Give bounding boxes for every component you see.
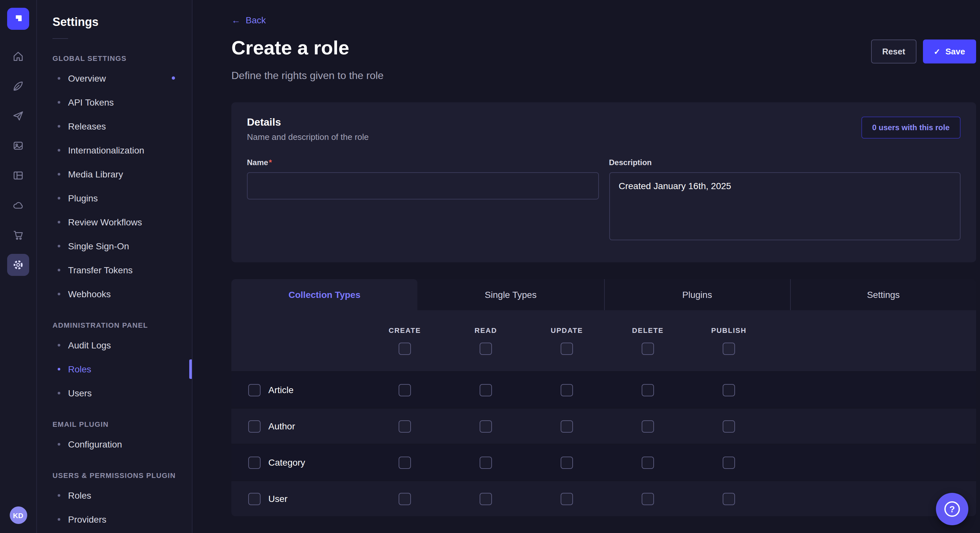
delete-checkbox[interactable] <box>642 456 654 468</box>
media-library-icon[interactable] <box>7 135 29 157</box>
update-checkbox[interactable] <box>561 420 573 432</box>
sidebar-item-review-workflows[interactable]: Review Workflows <box>52 210 176 234</box>
create-cell <box>364 456 445 468</box>
strapi-logo[interactable] <box>7 8 29 30</box>
select-all-read-checkbox[interactable] <box>480 343 492 355</box>
create-checkbox[interactable] <box>399 493 411 505</box>
sidebar-item-audit-logs[interactable]: Audit Logs <box>52 333 176 357</box>
tab-settings[interactable]: Settings <box>790 279 977 310</box>
update-checkbox[interactable] <box>561 456 573 468</box>
tab-single-types[interactable]: Single Types <box>418 279 604 310</box>
user-avatar[interactable]: KD <box>10 506 27 524</box>
bullet-icon <box>58 197 60 199</box>
reset-button[interactable]: Reset <box>871 40 916 63</box>
sidebar-item-internationalization[interactable]: Internationalization <box>52 138 176 162</box>
sidebar-item-media-library[interactable]: Media Library <box>52 162 176 186</box>
select-all-delete-checkbox[interactable] <box>642 343 654 355</box>
main-content: ← Back Create a role Reset ✓ Save Define… <box>192 0 980 533</box>
sidebar-title: Settings <box>52 16 176 29</box>
row-name-cell: Category <box>231 456 364 468</box>
delete-checkbox[interactable] <box>642 384 654 396</box>
read-checkbox[interactable] <box>480 420 492 432</box>
back-link[interactable]: ← Back <box>231 15 266 25</box>
sidebar-item-label: Overview <box>68 73 106 83</box>
sidebar-item-roles[interactable]: Roles <box>52 357 176 381</box>
sidebar-item-label: API Tokens <box>68 97 114 107</box>
sidebar-item-up-roles[interactable]: Roles <box>52 483 176 507</box>
bullet-icon <box>58 368 60 370</box>
row-select-checkbox[interactable] <box>248 420 261 432</box>
sidebar-item-label: Configuration <box>68 439 122 449</box>
content-type-builder-icon[interactable] <box>7 165 29 187</box>
row-label: Category <box>268 457 305 468</box>
bullet-icon <box>58 125 60 127</box>
delete-checkbox[interactable] <box>642 420 654 432</box>
content-manager-icon[interactable] <box>7 75 29 97</box>
publish-checkbox[interactable] <box>723 420 735 432</box>
details-form: Name* Description Created January 16th, … <box>247 156 961 243</box>
sidebar-item-label: Releases <box>68 121 106 131</box>
sidebar-item-plugins[interactable]: Plugins <box>52 186 176 210</box>
sidebar-item-label: Single Sign-On <box>68 241 129 251</box>
sidebar-item-label: Webhooks <box>68 289 111 299</box>
read-checkbox[interactable] <box>480 493 492 505</box>
read-checkbox[interactable] <box>480 456 492 468</box>
delete-cell <box>607 456 688 468</box>
read-checkbox[interactable] <box>480 384 492 396</box>
sidebar-item-users[interactable]: Users <box>52 381 176 405</box>
app-root: KD Settings GLOBAL SETTINGS Overview API… <box>0 0 980 533</box>
users-with-role-button[interactable]: 0 users with this role <box>861 117 961 139</box>
tab-collection-types[interactable]: Collection Types <box>231 279 418 310</box>
sidebar-item-overview[interactable]: Overview <box>52 66 176 90</box>
publish-checkbox[interactable] <box>723 384 735 396</box>
sidebar-item-releases[interactable]: Releases <box>52 114 176 138</box>
column-create: CREATE <box>364 310 445 371</box>
name-label: Name* <box>247 158 272 167</box>
row-select-checkbox[interactable] <box>248 384 261 396</box>
sidebar-item-configuration[interactable]: Configuration <box>52 432 176 456</box>
update-checkbox[interactable] <box>561 384 573 396</box>
sidebar-item-single-sign-on[interactable]: Single Sign-On <box>52 234 176 258</box>
create-checkbox[interactable] <box>399 384 411 396</box>
sidebar-item-webhooks[interactable]: Webhooks <box>52 282 176 306</box>
sidebar-item-transfer-tokens[interactable]: Transfer Tokens <box>52 258 176 282</box>
bullet-icon <box>58 292 60 295</box>
sidebar-item-label: Users <box>68 388 92 398</box>
bullet-icon <box>58 392 60 394</box>
publish-checkbox[interactable] <box>723 493 735 505</box>
bullet-icon <box>58 244 60 247</box>
row-select-checkbox[interactable] <box>248 456 261 468</box>
home-icon[interactable] <box>7 45 29 67</box>
sidebar-item-label: Providers <box>68 514 106 524</box>
marketplace-icon[interactable] <box>7 224 29 246</box>
read-cell <box>445 420 526 432</box>
delete-checkbox[interactable] <box>642 493 654 505</box>
notification-dot-icon <box>172 76 175 80</box>
publish-checkbox[interactable] <box>723 456 735 468</box>
sidebar-item-label: Internationalization <box>68 145 144 155</box>
select-all-publish-checkbox[interactable] <box>723 343 735 355</box>
sidebar-item-api-tokens[interactable]: API Tokens <box>52 90 176 114</box>
bullet-icon <box>58 344 60 346</box>
save-button[interactable]: ✓ Save <box>923 40 976 63</box>
required-mark: * <box>269 158 272 167</box>
releases-icon[interactable] <box>7 105 29 127</box>
permissions-block: Collection Types Single Types Plugins Se… <box>231 279 976 516</box>
deploy-icon[interactable] <box>7 194 29 216</box>
create-checkbox[interactable] <box>399 456 411 468</box>
update-checkbox[interactable] <box>561 493 573 505</box>
name-input[interactable] <box>247 172 598 200</box>
select-all-create-checkbox[interactable] <box>399 343 411 355</box>
help-button[interactable]: ? <box>936 493 968 525</box>
create-checkbox[interactable] <box>399 420 411 432</box>
select-all-update-checkbox[interactable] <box>561 343 573 355</box>
row-select-checkbox[interactable] <box>248 493 261 505</box>
update-cell <box>526 456 607 468</box>
permissions-tabs: Collection Types Single Types Plugins Se… <box>231 279 976 310</box>
name-field-group: Name* <box>247 156 598 243</box>
back-arrow-icon: ← <box>231 15 240 25</box>
tab-plugins[interactable]: Plugins <box>604 279 790 310</box>
sidebar-item-providers[interactable]: Providers <box>52 507 176 531</box>
description-textarea[interactable]: Created January 16th, 2025 <box>609 172 961 240</box>
settings-icon[interactable] <box>7 254 29 276</box>
